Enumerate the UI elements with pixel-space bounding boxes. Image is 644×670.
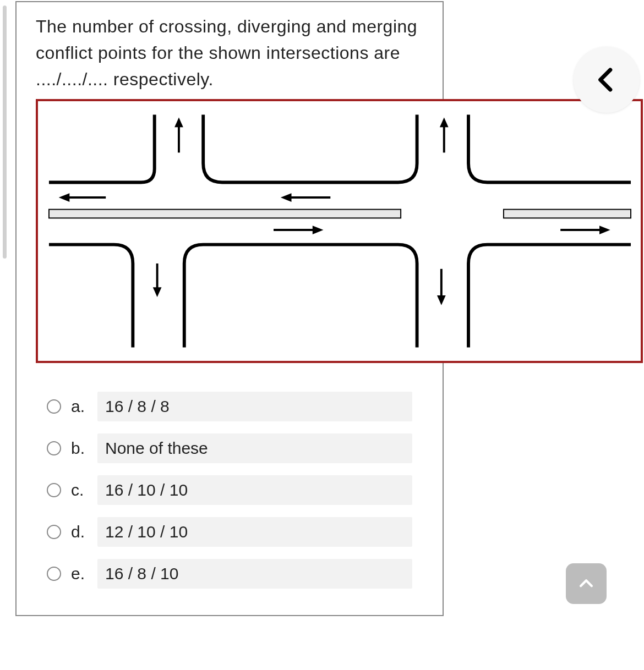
svg-marker-6 bbox=[59, 193, 70, 202]
radio-b[interactable] bbox=[47, 441, 61, 455]
svg-marker-12 bbox=[281, 193, 292, 202]
option-text: 16 / 10 / 10 bbox=[97, 475, 412, 505]
option-a[interactable]: a. 16 / 8 / 8 bbox=[47, 389, 412, 424]
option-letter: d. bbox=[71, 523, 97, 541]
svg-marker-16 bbox=[437, 295, 446, 305]
chevron-up-icon bbox=[577, 574, 596, 593]
radio-e[interactable] bbox=[47, 567, 61, 581]
option-letter: e. bbox=[71, 564, 97, 583]
svg-marker-8 bbox=[153, 287, 162, 297]
option-b[interactable]: b. None of these bbox=[47, 431, 412, 465]
option-text: None of these bbox=[97, 433, 412, 463]
radio-c[interactable] bbox=[47, 483, 61, 497]
svg-marker-10 bbox=[440, 118, 449, 128]
option-e[interactable]: e. 16 / 8 / 10 bbox=[47, 557, 412, 591]
svg-marker-4 bbox=[174, 118, 183, 128]
svg-rect-2 bbox=[504, 210, 631, 218]
svg-rect-0 bbox=[49, 210, 401, 218]
svg-rect-1 bbox=[403, 210, 436, 218]
radio-d[interactable] bbox=[47, 525, 61, 539]
option-text: 12 / 10 / 10 bbox=[97, 517, 412, 547]
back-button[interactable] bbox=[574, 47, 640, 113]
option-letter: c. bbox=[71, 481, 97, 499]
option-c[interactable]: c. 16 / 10 / 10 bbox=[47, 473, 412, 507]
option-text: 16 / 8 / 8 bbox=[97, 392, 412, 421]
question-text: The number of crossing, diverging and me… bbox=[17, 13, 443, 98]
option-letter: a. bbox=[71, 397, 97, 416]
option-letter: b. bbox=[71, 439, 97, 458]
chevron-left-icon bbox=[592, 65, 621, 95]
intersection-figure bbox=[36, 99, 643, 363]
option-text: 16 / 8 / 10 bbox=[97, 559, 412, 589]
radio-a[interactable] bbox=[47, 399, 61, 414]
svg-marker-18 bbox=[599, 226, 610, 234]
svg-marker-14 bbox=[313, 226, 324, 234]
options-list: a. 16 / 8 / 8 b. None of these c. 16 / 1… bbox=[17, 389, 443, 591]
intersection-diagram bbox=[38, 101, 641, 361]
scroll-indicator bbox=[3, 6, 7, 259]
option-d[interactable]: d. 12 / 10 / 10 bbox=[47, 515, 412, 549]
scroll-top-button[interactable] bbox=[566, 563, 607, 604]
